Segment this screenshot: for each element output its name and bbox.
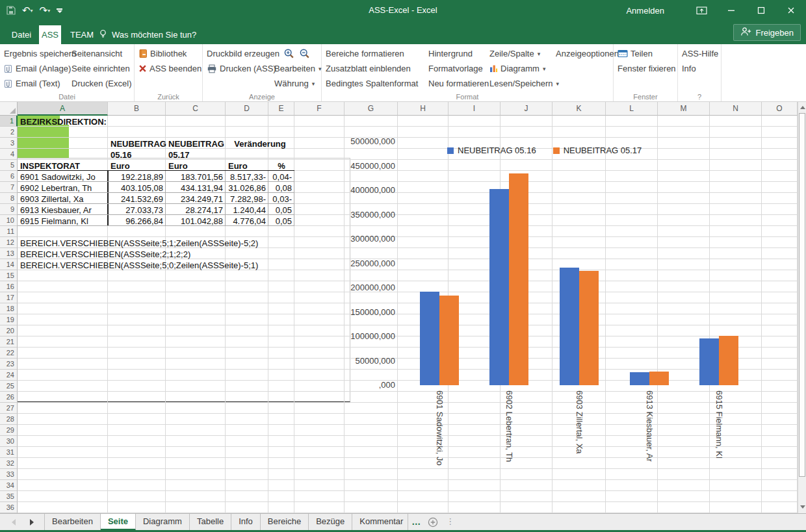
cell-pct[interactable]: 0,08	[268, 183, 292, 193]
email-anlage-button[interactable]: Email (Anlage)	[4, 62, 72, 75]
row-header-15[interactable]: 15	[0, 270, 18, 281]
column-header-G[interactable]: G	[344, 102, 398, 116]
cell-value1[interactable]: 96.266,84	[108, 216, 163, 226]
row-header-35[interactable]: 35	[0, 491, 18, 502]
column-header-I[interactable]: I	[448, 102, 500, 116]
select-all-corner[interactable]	[0, 102, 18, 116]
row-header-33[interactable]: 33	[0, 469, 18, 480]
ergebnis-speichern-button[interactable]: Ergebnis speichern	[4, 47, 72, 60]
column-header-O[interactable]: O	[762, 102, 798, 116]
row-header-16[interactable]: 16	[0, 281, 18, 292]
row-header-7[interactable]: 7	[0, 182, 18, 193]
formula-cell[interactable]: BEREICH.VERSCHIEBEN(ASSSeite;5;0;Zeilen(…	[20, 260, 258, 270]
sheet-tab-bereiche[interactable]: Bereiche	[261, 514, 309, 531]
column-header-L[interactable]: L	[606, 102, 658, 116]
sheet-prev-icon[interactable]	[12, 519, 16, 526]
seitenansicht-button[interactable]: Seitenansicht	[72, 47, 133, 60]
vertical-scroll-thumb[interactable]	[799, 113, 805, 477]
cell-name[interactable]: 6902 Lebertran, Th	[20, 183, 107, 193]
sheet-tab-tabelle[interactable]: Tabelle	[190, 514, 231, 531]
record-navigation-buttons[interactable]	[207, 77, 274, 90]
chart-bar-neubeitrag-05-16[interactable]	[489, 189, 509, 385]
cell-pct[interactable]: 0,04-	[268, 172, 292, 182]
tell-me-box[interactable]: Was möchten Sie tun?	[99, 25, 196, 44]
ass-beenden-button[interactable]: ASS beenden	[138, 62, 201, 75]
minimize-icon[interactable]	[716, 0, 746, 21]
druckbild-erzeugen-button[interactable]: Druckbild erzeugen	[207, 47, 274, 60]
formatvorlage-button[interactable]: Formatvorlage	[428, 62, 489, 75]
row-header-24[interactable]: 24	[0, 370, 18, 381]
ass-hilfe-button[interactable]: ASS-Hilfe	[682, 47, 720, 60]
sheet-tab-bearbeiten[interactable]: Bearbeiten	[45, 514, 101, 531]
chart-bar-neubeitrag-05-17[interactable]	[509, 173, 528, 385]
chart-bar-neubeitrag-05-17[interactable]	[649, 372, 669, 385]
column-header-E[interactable]: E	[268, 102, 294, 116]
formula-cell[interactable]: BEREICH.VERSCHIEBEN(ASSSeite;2;1;2;2)	[20, 249, 190, 259]
row-header-29[interactable]: 29	[0, 425, 18, 436]
close-icon[interactable]	[776, 0, 806, 21]
tab-ass[interactable]: ASS	[39, 25, 61, 44]
column-header-H[interactable]: H	[398, 102, 448, 116]
column-header-M[interactable]: M	[658, 102, 710, 116]
lesen-speichern-button[interactable]: Lesen/Speichern▾	[489, 77, 556, 90]
bearbeiten-button[interactable]: Bearbeiten▾	[274, 62, 320, 75]
redo-dropdown-icon[interactable]: ▾	[47, 8, 50, 14]
row-header-5[interactable]: 5	[0, 160, 18, 171]
row-header-17[interactable]: 17	[0, 292, 18, 303]
column-header-N[interactable]: N	[710, 102, 762, 116]
sheet-tab-diagramm[interactable]: Diagramm	[136, 514, 190, 531]
row-header-14[interactable]: 14	[0, 259, 18, 270]
info-button[interactable]: Info	[682, 62, 720, 75]
row-header-25[interactable]: 25	[0, 381, 18, 392]
share-button[interactable]: Freigeben	[733, 24, 801, 41]
column-header-F[interactable]: F	[294, 102, 344, 116]
drucken-ass-button[interactable]: Drucken (ASS)	[207, 62, 274, 75]
email-text-button[interactable]: Email (Text)	[4, 77, 72, 90]
row-header-11[interactable]: 11	[0, 226, 18, 237]
anzeigeoptionen-button[interactable]: Anzeigeoptionen	[556, 47, 612, 60]
row-header-27[interactable]: 27	[0, 403, 18, 414]
redo-button[interactable]: ↷▾	[40, 5, 51, 16]
row-header-20[interactable]: 20	[0, 325, 18, 336]
seite-einrichten-button[interactable]: Seite einrichten	[72, 62, 133, 75]
zusatzblatt-einblenden-button[interactable]: Zusatzblatt einblenden	[326, 62, 428, 75]
sheet-next-icon[interactable]	[30, 519, 34, 526]
cell-value1[interactable]: 27.033,73	[108, 205, 163, 215]
sheet-tab-seite[interactable]: Seite	[101, 514, 136, 531]
cell-value1[interactable]: 403.105,08	[108, 183, 163, 193]
cell-diff[interactable]: 7.282,98-	[226, 194, 266, 204]
cell-value2[interactable]: 434.131,94	[166, 183, 223, 193]
chart-bar-neubeitrag-05-16[interactable]	[630, 372, 649, 385]
row-header-10[interactable]: 10	[0, 215, 18, 226]
cell-name[interactable]: 6903 Zillertal, Xa	[20, 194, 107, 204]
cell-a1[interactable]: BEZIRKSDIREKTION:	[20, 117, 107, 127]
bibliothek-button[interactable]: Bibliothek	[138, 47, 201, 60]
row-header-21[interactable]: 21	[0, 336, 18, 348]
chart-legend[interactable]: NEUBEITRAG 05.16NEUBEITRAG 05.17	[447, 146, 642, 155]
maximize-icon[interactable]	[746, 0, 776, 21]
cell-pct[interactable]: 0,05	[268, 216, 292, 226]
chart-bar-neubeitrag-05-17[interactable]	[719, 336, 738, 385]
row-header-1[interactable]: 1	[0, 116, 18, 127]
währung-button[interactable]: Währung▾	[274, 77, 320, 90]
chart-bar-neubeitrag-05-17[interactable]	[439, 296, 459, 385]
row-header-36[interactable]: 36	[0, 502, 18, 513]
row-header-34[interactable]: 34	[0, 480, 18, 491]
cell-name[interactable]: 6913 Kiesbauer, Ar	[20, 205, 107, 215]
sheet-tab-kommentar[interactable]: Kommentar	[352, 514, 408, 531]
chart-bar-neubeitrag-05-17[interactable]	[579, 271, 599, 385]
cell-value2[interactable]: 234.249,71	[166, 194, 223, 204]
cell-value2[interactable]: 101.042,88	[166, 216, 223, 226]
ribbon-display-options-icon[interactable]	[686, 0, 716, 21]
chart-bar-neubeitrag-05-16[interactable]	[560, 268, 579, 385]
neu-formatieren-button[interactable]: Neu formatieren	[428, 77, 489, 90]
cell-pct[interactable]: 0,05	[268, 205, 292, 215]
scroll-down-icon[interactable]	[800, 505, 805, 509]
row-header-18[interactable]: 18	[0, 303, 18, 314]
cell-diff[interactable]: 4.776,04	[226, 216, 266, 226]
column-header-A[interactable]: A	[18, 102, 108, 116]
row-header-2[interactable]: 2	[0, 127, 18, 138]
row-header-31[interactable]: 31	[0, 447, 18, 458]
zeile-spalte-button[interactable]: Zeile/Spalte▾	[489, 47, 556, 60]
fenster-fixieren-button[interactable]: Fenster fixieren	[618, 62, 676, 75]
